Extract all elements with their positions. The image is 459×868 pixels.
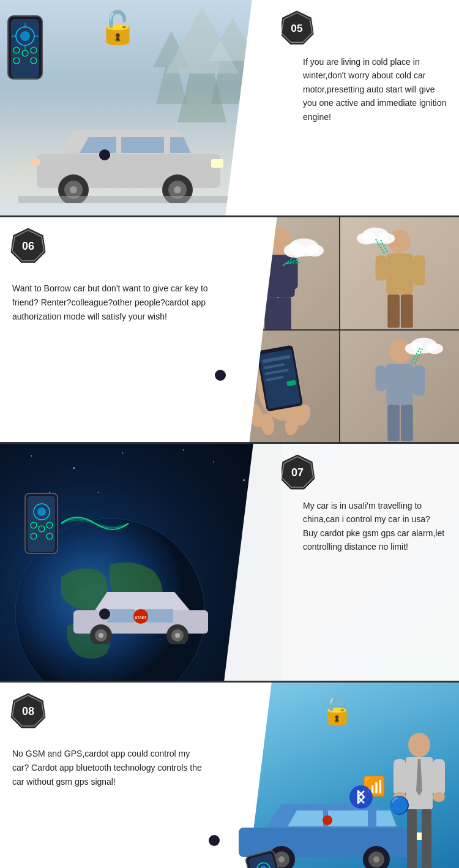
svg-point-108 xyxy=(99,633,103,638)
svg-point-83 xyxy=(243,479,245,481)
svg-rect-141 xyxy=(422,809,431,868)
badge-06: 06 xyxy=(9,226,47,267)
svg-rect-136 xyxy=(394,759,406,796)
svg-point-145 xyxy=(259,865,268,868)
section-07: START 07 My car is in usa!i'm travelling… xyxy=(0,444,459,683)
connector-dot-08 xyxy=(209,835,220,846)
svg-text:08: 08 xyxy=(22,705,34,717)
svg-point-132 xyxy=(323,815,332,825)
section-08-image: 🔓 xyxy=(214,683,459,868)
svg-point-133 xyxy=(408,733,430,757)
svg-point-97 xyxy=(31,522,37,528)
section-07-image: START xyxy=(0,444,282,681)
svg-rect-29 xyxy=(18,196,239,203)
svg-point-101 xyxy=(47,533,53,539)
section-06-image xyxy=(220,217,459,442)
section-05-text-area: 05 If you are living in cold place in wi… xyxy=(282,0,459,215)
svg-point-99 xyxy=(47,522,53,528)
svg-point-77 xyxy=(405,342,425,354)
section-07-description: My car is in usa!i'm travelling to china… xyxy=(303,499,447,554)
section-06-description: Want to Borrow car but don't want to giv… xyxy=(12,282,208,324)
section-05: 🔓 xyxy=(0,0,459,217)
car-svg-05 xyxy=(18,105,239,203)
svg-point-78 xyxy=(426,343,443,354)
svg-rect-53 xyxy=(387,294,400,327)
badge-07: 07 xyxy=(278,453,316,493)
svg-rect-123 xyxy=(328,810,368,826)
svg-text:05: 05 xyxy=(291,22,303,34)
svg-point-85 xyxy=(182,449,184,451)
svg-point-56 xyxy=(357,233,376,245)
svg-marker-103 xyxy=(95,592,190,610)
svg-point-79 xyxy=(31,455,32,457)
badge-08: 08 xyxy=(9,692,47,732)
svg-text:07: 07 xyxy=(291,466,304,479)
section-06-text-area: 06 Want to Borrow car but don't want to … xyxy=(0,217,220,442)
svg-point-151 xyxy=(349,785,373,809)
svg-point-87 xyxy=(98,492,99,493)
svg-point-15 xyxy=(31,58,37,64)
svg-point-130 xyxy=(373,856,379,862)
svg-point-23 xyxy=(70,186,77,193)
svg-point-6 xyxy=(20,31,30,41)
svg-rect-51 xyxy=(376,255,387,280)
svg-point-14 xyxy=(13,58,20,64)
svg-point-26 xyxy=(174,186,181,193)
section-05-description: If you are living in cold place in winte… xyxy=(303,55,447,124)
badge-05: 05 xyxy=(278,9,315,46)
section-08-description: No GSM and GPS,cardot app could control … xyxy=(12,747,202,789)
section-05-image: 🔓 xyxy=(0,0,282,215)
svg-point-100 xyxy=(31,533,37,539)
svg-rect-104 xyxy=(107,609,135,623)
svg-point-80 xyxy=(73,467,75,469)
svg-rect-73 xyxy=(413,365,425,395)
svg-rect-52 xyxy=(413,255,425,285)
svg-rect-137 xyxy=(433,759,445,796)
svg-rect-19 xyxy=(121,137,164,153)
svg-point-111 xyxy=(175,633,180,638)
svg-rect-74 xyxy=(387,405,400,441)
svg-rect-75 xyxy=(401,405,413,441)
svg-point-45 xyxy=(305,244,324,256)
connector-dot-06 xyxy=(215,370,226,381)
svg-point-98 xyxy=(39,526,45,532)
svg-rect-50 xyxy=(386,253,412,294)
svg-point-11 xyxy=(13,47,20,53)
svg-point-82 xyxy=(213,462,214,463)
svg-rect-27 xyxy=(211,159,223,168)
svg-point-57 xyxy=(378,233,395,244)
svg-rect-42 xyxy=(278,297,291,329)
svg-rect-140 xyxy=(407,809,417,868)
svg-text:06: 06 xyxy=(22,240,34,252)
svg-point-139 xyxy=(433,792,445,802)
svg-rect-71 xyxy=(386,364,412,405)
svg-point-81 xyxy=(122,452,123,454)
svg-point-12 xyxy=(22,50,28,56)
section-06: 06 Want to Borrow car but don't want to … xyxy=(0,217,459,444)
svg-rect-54 xyxy=(401,294,413,327)
svg-text:START: START xyxy=(135,616,147,619)
svg-rect-28 xyxy=(31,159,40,165)
svg-point-96 xyxy=(37,507,46,516)
section-08: 08 No GSM and GPS,cardot app could contr… xyxy=(0,683,459,868)
svg-point-44 xyxy=(284,243,306,258)
section-08-text-area: 08 No GSM and GPS,cardot app could contr… xyxy=(0,683,214,868)
connector-dot-05 xyxy=(99,149,110,160)
svg-point-13 xyxy=(31,47,37,53)
svg-rect-39 xyxy=(283,256,298,290)
connector-dot-07 xyxy=(99,608,110,619)
svg-rect-72 xyxy=(376,365,387,391)
section-07-text-area: 07 My car is in usa!i'm travelling to ch… xyxy=(282,444,459,681)
